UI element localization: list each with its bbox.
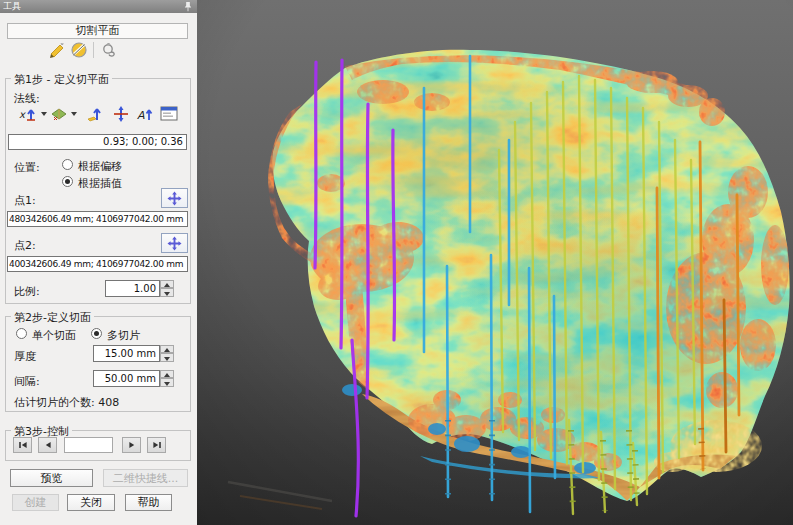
svg-text:x: x	[19, 109, 26, 120]
spin-down-button[interactable]	[160, 288, 174, 297]
cutting-plane-header: 切割平面	[7, 23, 188, 39]
x-axis-normal-icon[interactable]: x	[17, 105, 39, 123]
shortcut-2d-button[interactable]: 二维快捷线...	[103, 469, 188, 487]
help-button-label: 帮助	[126, 495, 171, 511]
preview-button-label: 预览	[11, 470, 92, 488]
normal-vector-value: 0.93; 0.00; 0.36	[103, 136, 183, 147]
point1-label: 点1:	[14, 193, 36, 208]
radio-by-interpolation-label: 根据插值	[78, 176, 122, 191]
disc-slash-icon[interactable]	[69, 40, 89, 59]
spin-up-button[interactable]	[160, 345, 174, 353]
point1-field[interactable]: 480342606.49 mm; 4106977042.00 mm	[7, 211, 188, 227]
radio-by-interpolation[interactable]	[62, 176, 73, 187]
point2-field[interactable]: 400342606.49 mm; 4106977042.00 mm	[7, 256, 188, 272]
radio-single-section[interactable]	[16, 328, 27, 339]
normal-label: 法线:	[14, 91, 40, 106]
point-cloud-scene[interactable]	[197, 0, 793, 525]
move-cross-icon	[167, 236, 182, 251]
thickness-spinner	[160, 345, 174, 362]
viewport-3d[interactable]	[197, 0, 793, 525]
tools-panel: 工具 切割平面	[0, 0, 197, 525]
create-button[interactable]: 创建	[12, 494, 59, 511]
radio-by-offset[interactable]	[62, 159, 73, 170]
view-plane-caret-icon[interactable]	[71, 112, 77, 116]
edit-plane-icon[interactable]	[47, 40, 67, 59]
scale-label: 比例:	[14, 284, 40, 299]
thickness-input[interactable]: 15.00 mm	[93, 345, 160, 362]
scale-spinner	[160, 280, 174, 297]
help-button[interactable]: 帮助	[125, 494, 172, 511]
step2-title: 第2步-定义切面	[11, 310, 94, 325]
thickness-value: 15.00 mm	[105, 348, 156, 359]
view-plane-icon[interactable]	[49, 105, 69, 123]
spin-up-button[interactable]	[160, 370, 174, 378]
x-axis-caret-icon[interactable]	[41, 112, 47, 116]
first-slice-button[interactable]	[13, 437, 32, 453]
dialog-icon[interactable]	[159, 105, 179, 123]
radio-by-offset-label: 根据偏移	[78, 159, 122, 174]
scale-input[interactable]: 1.00	[105, 280, 160, 297]
spin-up-button[interactable]	[160, 280, 174, 288]
shortcut-2d-button-label: 二维快捷线...	[104, 470, 187, 488]
last-slice-button[interactable]	[147, 437, 166, 453]
scale-value: 1.00	[134, 283, 156, 294]
create-button-label: 创建	[13, 495, 58, 511]
radio-single-section-label: 单个切面	[32, 328, 76, 343]
point2-pick-button[interactable]	[161, 233, 188, 253]
interval-value: 50.00 mm	[105, 373, 156, 384]
previous-slice-button[interactable]	[38, 437, 57, 453]
next-slice-button[interactable]	[122, 437, 141, 453]
spin-down-button[interactable]	[160, 378, 174, 387]
radio-multi-slice[interactable]	[91, 328, 102, 339]
move-cross-icon	[167, 191, 182, 206]
spin-down-button[interactable]	[160, 353, 174, 362]
radio-multi-slice-label: 多切片	[107, 328, 140, 343]
close-button[interactable]: 关闭	[67, 494, 115, 511]
normal-vector-field[interactable]: 0.93; 0.00; 0.36	[8, 134, 187, 150]
axis-cross-icon[interactable]	[111, 105, 131, 123]
svg-text:A: A	[137, 109, 145, 122]
point2-label: 点2:	[14, 238, 36, 253]
point1-value: 480342606.49 mm; 4106977042.00 mm	[9, 214, 183, 224]
application-window: 工具 切割平面	[0, 0, 793, 525]
point2-value: 400342606.49 mm; 4106977042.00 mm	[9, 259, 183, 269]
thickness-label: 厚度	[14, 349, 36, 364]
fit-points-icon[interactable]: A	[136, 105, 154, 123]
toolbar-divider	[93, 42, 94, 58]
interval-input[interactable]: 50.00 mm	[93, 370, 160, 387]
interval-label: 间隔:	[14, 374, 40, 389]
step1-title: 第1步 - 定义切平面	[11, 72, 112, 87]
two-point-normal-icon[interactable]	[84, 105, 106, 123]
slice-count-estimate: 估计切片的个数: 408	[14, 395, 119, 410]
panel-title: 工具	[3, 1, 21, 11]
point1-pick-button[interactable]	[161, 188, 188, 208]
cutting-plane-header-label: 切割平面	[76, 24, 120, 37]
close-button-label: 关闭	[68, 495, 114, 511]
position-label: 位置:	[14, 160, 40, 175]
interval-spinner	[160, 370, 174, 387]
slice-index-field[interactable]	[64, 437, 113, 453]
panel-titlebar: 工具	[0, 0, 197, 13]
pin-icon[interactable]	[183, 1, 193, 12]
preview-button[interactable]: 预览	[10, 469, 93, 487]
pan-hand-icon[interactable]	[100, 40, 120, 59]
